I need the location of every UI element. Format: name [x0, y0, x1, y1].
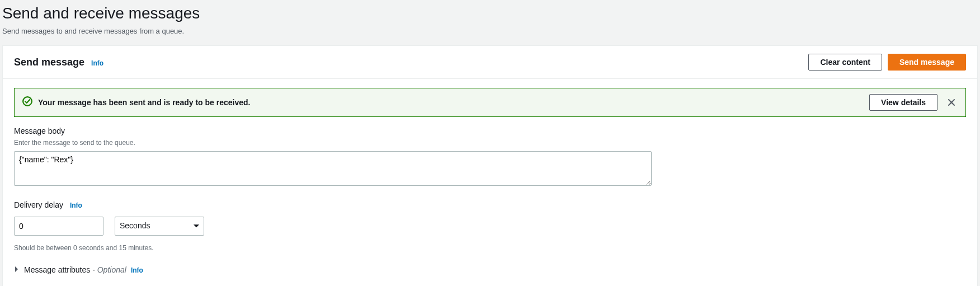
panel-info-link[interactable]: Info: [91, 59, 103, 68]
message-attributes-label: Message attributes - Optional: [24, 265, 126, 276]
view-details-button[interactable]: View details: [869, 94, 937, 111]
page-title: Send and receive messages: [2, 2, 978, 24]
delivery-delay-unit-select[interactable]: Seconds: [115, 217, 204, 236]
send-message-panel: Send message Info Clear content Send mes…: [2, 45, 978, 286]
message-attributes-expander[interactable]: Message attributes - Optional Info: [14, 265, 966, 276]
delivery-delay-label: Delivery delay: [14, 200, 63, 211]
message-attributes-info-link[interactable]: Info: [131, 266, 143, 275]
message-body-section: Message body Enter the message to send t…: [14, 126, 966, 189]
panel-header: Send message Info Clear content Send mes…: [3, 46, 977, 79]
clear-content-button[interactable]: Clear content: [808, 54, 882, 71]
caret-right-icon: [14, 265, 20, 276]
delivery-delay-constraint: Should be between 0 seconds and 15 minut…: [14, 243, 966, 253]
delivery-delay-section: Delivery delay Info Seconds Should be be…: [14, 200, 966, 252]
send-message-button[interactable]: Send message: [888, 54, 966, 71]
close-icon[interactable]: [945, 96, 958, 109]
success-check-icon: [22, 96, 32, 110]
message-body-input[interactable]: [14, 151, 652, 186]
alert-message: Your message has been sent and is ready …: [38, 97, 250, 109]
page-header: Send and receive messages Send messages …: [0, 0, 980, 45]
delivery-delay-info-link[interactable]: Info: [70, 201, 82, 210]
page-subtitle: Send messages to and receive messages fr…: [2, 26, 978, 36]
message-body-label: Message body: [14, 126, 966, 137]
message-body-hint: Enter the message to send to the queue.: [14, 138, 966, 148]
success-alert: Your message has been sent and is ready …: [14, 88, 966, 117]
delivery-delay-input[interactable]: [14, 217, 103, 236]
panel-title: Send message: [14, 55, 84, 69]
